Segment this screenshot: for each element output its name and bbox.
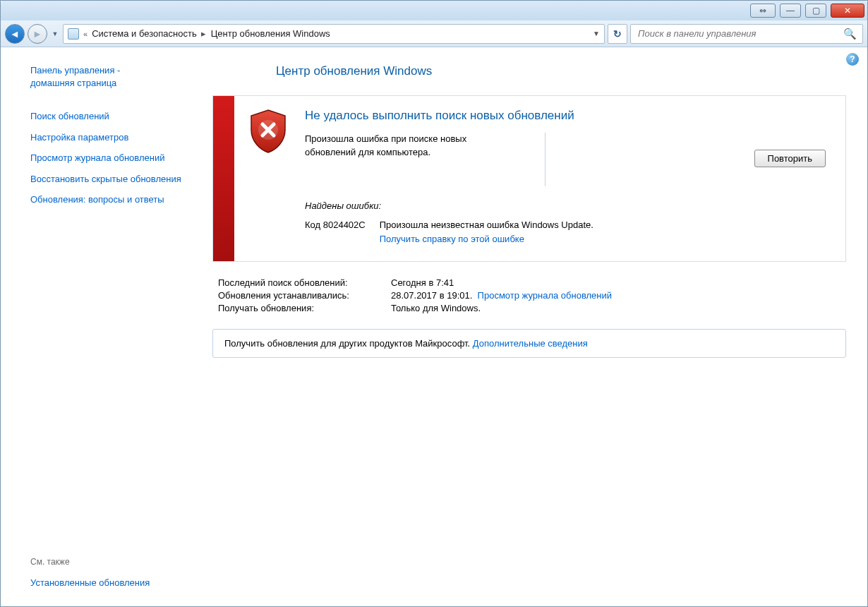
control-panel-window: ⇔ — ▢ ✕ ◄ ► ▼ « Система и безопасность ▸… — [0, 0, 868, 607]
status-heading: Не удалось выполнить поиск новых обновле… — [305, 109, 826, 123]
receive-label: Получать обновления: — [218, 303, 391, 313]
details-table: Последний поиск обновлений: Сегодня в 7:… — [218, 277, 846, 313]
breadcrumb-part-1[interactable]: Система и безопасность — [92, 28, 197, 39]
refresh-button[interactable]: ↻ — [608, 24, 627, 44]
address-dropdown[interactable]: ▼ — [593, 30, 600, 37]
search-box[interactable]: 🔍 — [630, 24, 863, 44]
close-button[interactable]: ✕ — [831, 4, 864, 18]
titlebar: ⇔ — ▢ ✕ — [1, 1, 867, 20]
sidebar-home-link[interactable]: Панель управления - домашняя страница — [30, 64, 190, 89]
sidebar-link-settings[interactable]: Настройка параметров — [30, 131, 190, 144]
breadcrumb-part-2[interactable]: Центр обновления Windows — [211, 28, 330, 39]
breadcrumb-separator: ▸ — [201, 28, 207, 39]
sidebar-link-faq[interactable]: Обновления: вопросы и ответы — [30, 193, 190, 206]
nav-back-button[interactable]: ◄ — [5, 24, 25, 44]
chevron-down-icon: ▼ — [593, 30, 600, 37]
last-search-value: Сегодня в 7:41 — [391, 277, 454, 288]
search-input[interactable] — [637, 28, 843, 40]
status-divider — [545, 133, 545, 186]
breadcrumb-root-chevron: « — [83, 30, 88, 38]
help-icon[interactable]: ? — [846, 53, 859, 66]
chevron-down-icon: ▼ — [52, 30, 59, 37]
info-bar-text: Получить обновления для других продуктов… — [224, 338, 470, 349]
retry-button[interactable]: Повторить — [754, 150, 826, 167]
sidebar-link-search-updates[interactable]: Поиск обновлений — [30, 110, 190, 123]
installed-value: 28.07.2017 в 19:01. — [391, 290, 472, 301]
maximize-icon: ▢ — [812, 6, 820, 16]
sidebar: Панель управления - домашняя страница По… — [1, 47, 205, 606]
sidebar-link-installed-updates[interactable]: Установленные обновления — [30, 577, 190, 589]
status-body: Произошла ошибка при поиске новых обновл… — [305, 133, 517, 160]
main-panel: ? Центр обновления Windows — [205, 47, 867, 606]
refresh-icon: ↻ — [613, 28, 622, 40]
arrows-icon: ⇔ — [759, 6, 766, 16]
see-also-label: См. также — [30, 557, 190, 567]
found-errors-label: Найдены ошибки: — [305, 200, 826, 211]
search-icon: 🔍 — [843, 28, 857, 40]
nav-history-dropdown[interactable]: ▼ — [50, 30, 60, 37]
shield-error-icon — [248, 109, 288, 154]
forward-arrow-icon: ► — [32, 29, 42, 39]
last-search-label: Последний поиск обновлений: — [218, 277, 391, 288]
maximize-button[interactable]: ▢ — [805, 4, 826, 18]
error-code-desc: Произошла неизвестная ошибка Windows Upd… — [380, 220, 593, 230]
status-box: Не удалось выполнить поиск новых обновле… — [212, 95, 846, 262]
installed-label: Обновления устанавливались: — [218, 290, 391, 301]
info-bar: Получить обновления для других продуктов… — [212, 329, 846, 358]
sync-window-button[interactable]: ⇔ — [750, 4, 776, 18]
close-icon: ✕ — [844, 6, 851, 16]
error-code: Код 8024402C — [305, 218, 366, 246]
sidebar-home-line2: домашняя страница — [30, 78, 116, 88]
back-arrow-icon: ◄ — [10, 29, 20, 39]
page-title: Центр обновления Windows — [276, 64, 846, 78]
nav-forward-button[interactable]: ► — [28, 24, 47, 44]
error-strip — [213, 96, 234, 261]
minimize-icon: — — [786, 6, 795, 16]
address-bar: ◄ ► ▼ « Система и безопасность ▸ Центр о… — [1, 20, 867, 47]
error-help-link[interactable]: Получить справку по этой ошибке — [380, 234, 524, 244]
history-link[interactable]: Просмотр журнала обновлений — [478, 290, 612, 301]
breadcrumb-bar[interactable]: « Система и безопасность ▸ Центр обновле… — [63, 24, 605, 44]
sidebar-link-history[interactable]: Просмотр журнала обновлений — [30, 152, 190, 164]
receive-value: Только для Windows. — [391, 303, 481, 313]
info-bar-link[interactable]: Дополнительные сведения — [473, 338, 588, 349]
sidebar-home-line1: Панель управления - — [30, 65, 120, 76]
content-body: Панель управления - домашняя страница По… — [1, 47, 867, 606]
minimize-button[interactable]: — — [780, 4, 801, 18]
sidebar-link-restore-hidden[interactable]: Восстановить скрытые обновления — [30, 173, 190, 186]
control-panel-icon — [68, 28, 79, 40]
